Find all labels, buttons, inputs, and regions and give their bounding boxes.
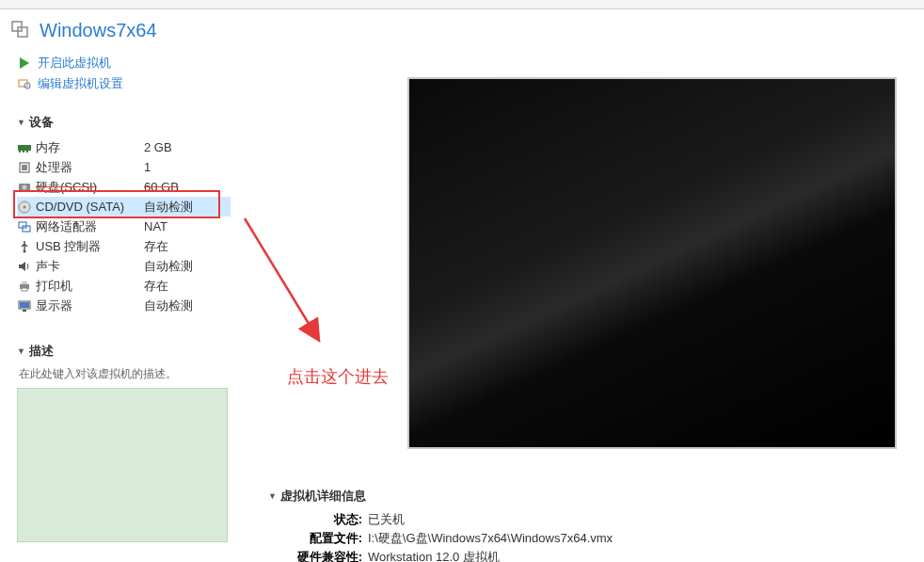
main-panel: 点击这个进去 ▼ 虚拟机详细信息 状态: 已关机 配置文件: I:\硬盘\G盘\… <box>231 49 924 542</box>
description-placeholder: 在此处键入对该虚拟机的描述。 <box>17 362 231 386</box>
svg-rect-21 <box>22 288 27 291</box>
details-label: 虚拟机详细信息 <box>280 488 366 505</box>
vm-title: Windows7x64 <box>40 20 157 41</box>
device-row-usb[interactable]: USB 控制器 存在 <box>17 236 231 256</box>
printer-icon <box>17 279 32 294</box>
memory-icon <box>17 140 32 155</box>
device-value: 存在 <box>144 238 231 255</box>
svg-rect-20 <box>22 281 27 284</box>
device-row-display[interactable]: 显示器 自动检测 <box>17 296 231 315</box>
device-row-processor[interactable]: 处理器 1 <box>17 157 231 177</box>
edit-vm-link[interactable]: 编辑虚拟机设置 <box>17 73 231 94</box>
svg-point-17 <box>24 249 26 252</box>
svg-marker-18 <box>19 262 25 271</box>
network-icon <box>17 219 32 234</box>
device-value: 1 <box>144 160 231 174</box>
svg-marker-2 <box>20 57 29 69</box>
device-row-printer[interactable]: 打印机 存在 <box>17 276 231 296</box>
device-name: USB 控制器 <box>36 238 144 255</box>
device-value: 自动检测 <box>144 199 231 216</box>
status-value: 已关机 <box>368 511 405 528</box>
device-row-memory[interactable]: 内存 2 GB <box>17 137 231 157</box>
device-value: NAT <box>144 219 231 233</box>
device-name: 显示器 <box>36 297 144 314</box>
device-name: 内存 <box>36 139 144 156</box>
svg-rect-6 <box>19 151 21 153</box>
detail-row-compat: 硬件兼容性: Workstation 12.0 虚拟机 <box>268 548 613 562</box>
settings-icon <box>17 76 32 91</box>
start-vm-link[interactable]: 开启此虚拟机 <box>17 53 231 73</box>
annotation-text: 点击这个进去 <box>287 365 389 388</box>
play-icon <box>17 56 32 71</box>
sound-icon <box>17 259 32 274</box>
triangle-down-icon: ▼ <box>17 346 25 356</box>
detail-row-config: 配置文件: I:\硬盘\G盘\Windows7x64\Windows7x64.v… <box>268 529 613 548</box>
device-value: 60 GB <box>144 180 231 194</box>
config-label: 配置文件: <box>296 530 362 547</box>
svg-rect-7 <box>23 151 24 153</box>
device-row-network[interactable]: 网络适配器 NAT <box>17 217 231 236</box>
config-value: I:\硬盘\G盘\Windows7x64\Windows7x64.vmx <box>368 530 613 547</box>
svg-rect-10 <box>22 165 27 170</box>
devices-section-header[interactable]: ▼ 设备 <box>17 111 231 134</box>
device-row-cddvd[interactable]: CD/DVD (SATA) 自动检测 <box>17 197 231 217</box>
device-value: 存在 <box>144 278 231 295</box>
harddisk-icon <box>17 180 32 195</box>
device-name: 打印机 <box>36 278 144 295</box>
device-name: CD/DVD (SATA) <box>36 200 144 214</box>
svg-point-14 <box>24 205 26 208</box>
compat-value: Workstation 12.0 虚拟机 <box>368 549 500 562</box>
edit-vm-label: 编辑虚拟机设置 <box>38 75 123 92</box>
compat-label: 硬件兼容性: <box>296 549 362 562</box>
sidebar: 开启此虚拟机 编辑虚拟机设置 ▼ 设备 内存 2 GB 处理器 1 <box>0 49 231 542</box>
device-name: 硬盘(SCSI) <box>36 179 144 196</box>
device-row-sound[interactable]: 声卡 自动检测 <box>17 256 231 276</box>
vm-icon <box>9 19 32 41</box>
description-textarea[interactable] <box>17 388 228 542</box>
display-icon <box>17 298 32 313</box>
vm-header: Windows7x64 <box>0 9 924 49</box>
device-value: 2 GB <box>144 140 231 154</box>
usb-icon <box>17 239 32 254</box>
device-value: 自动检测 <box>144 297 231 314</box>
start-vm-label: 开启此虚拟机 <box>38 55 111 72</box>
tabs-bar <box>0 0 924 9</box>
device-name: 网络适配器 <box>36 218 144 235</box>
svg-rect-24 <box>23 310 26 312</box>
cd-icon <box>17 200 32 215</box>
vm-preview[interactable] <box>407 77 897 449</box>
description-section-header[interactable]: ▼ 描述 <box>17 340 231 362</box>
status-label: 状态: <box>296 511 362 528</box>
svg-rect-23 <box>20 302 29 308</box>
svg-rect-1 <box>18 27 27 37</box>
device-row-harddisk[interactable]: 硬盘(SCSI) 60 GB <box>17 177 231 197</box>
devices-label: 设备 <box>29 114 54 131</box>
svg-rect-5 <box>18 145 31 151</box>
triangle-down-icon: ▼ <box>268 491 277 501</box>
svg-rect-0 <box>12 22 22 31</box>
details-section-header[interactable]: ▼ 虚拟机详细信息 <box>268 488 613 505</box>
cpu-icon <box>17 160 32 175</box>
device-value: 自动检测 <box>144 258 231 275</box>
description-label: 描述 <box>29 343 54 360</box>
svg-rect-8 <box>26 151 28 153</box>
detail-row-status: 状态: 已关机 <box>268 510 613 529</box>
device-name: 处理器 <box>36 159 144 176</box>
svg-point-12 <box>23 185 27 189</box>
svg-line-26 <box>245 218 311 327</box>
device-name: 声卡 <box>36 258 144 275</box>
triangle-down-icon: ▼ <box>17 118 25 127</box>
